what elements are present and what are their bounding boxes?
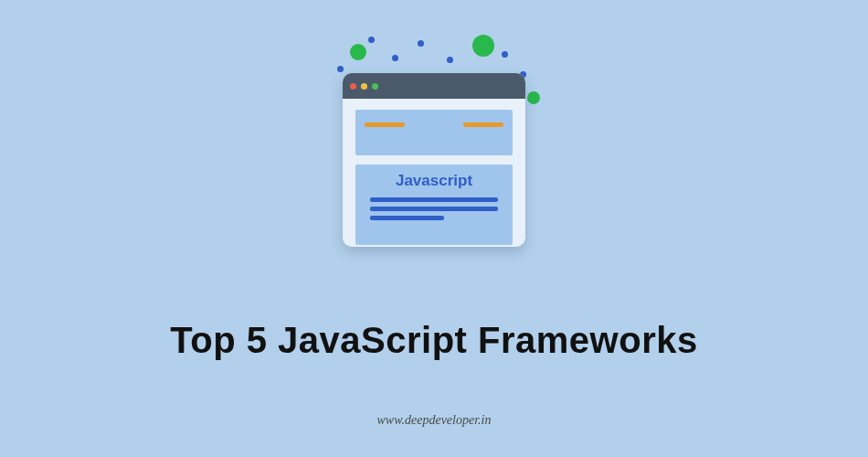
decor-bar-icon [463, 122, 503, 127]
browser-window-icon: Javascript [343, 73, 525, 247]
decor-dot-blue [447, 57, 453, 63]
decor-dot-blue [368, 37, 375, 43]
decor-line-icon [370, 216, 444, 220]
decor-dot-blue [392, 55, 398, 61]
window-body-panel: Javascript [355, 165, 513, 245]
decor-line-icon [370, 207, 498, 211]
javascript-badge: Javascript [366, 172, 502, 190]
decor-line-icon [370, 197, 498, 202]
footer-url: www.deepdeveloper.in [0, 413, 868, 428]
page-title: Top 5 JavaScript Frameworks [0, 320, 868, 361]
decor-dot-blue [337, 66, 344, 72]
traffic-light-yellow-icon [361, 83, 367, 90]
decor-dot-green [472, 35, 494, 57]
traffic-light-red-icon [350, 83, 356, 90]
decor-dot-green [527, 91, 540, 104]
decor-dot-blue [418, 40, 424, 47]
decor-dot-blue [502, 51, 508, 58]
traffic-light-green-icon [372, 83, 378, 90]
decor-dot-green [350, 44, 366, 60]
window-header-panel [355, 110, 513, 155]
window-titlebar [343, 73, 525, 99]
decor-bar-icon [365, 122, 405, 127]
hero-illustration: Javascript [315, 35, 553, 254]
